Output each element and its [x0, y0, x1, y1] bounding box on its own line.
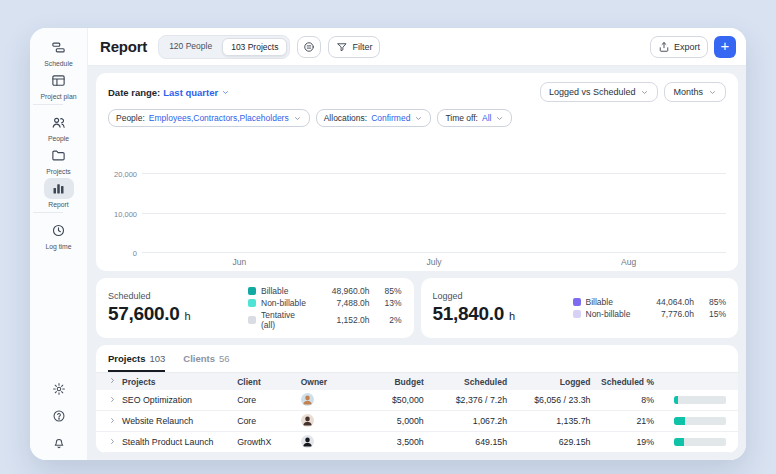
- app-window: ScheduleProject planPeopleProjectsReport…: [30, 28, 746, 460]
- interval-dropdown[interactable]: Months: [664, 82, 726, 102]
- progress-bar-fill: [674, 396, 678, 404]
- tab-clients[interactable]: Clients 56: [183, 353, 229, 372]
- legend-hours: 1,152.0h: [312, 315, 370, 325]
- chart-xtick-label: Jun: [142, 257, 337, 267]
- sidebar-item-schedule[interactable]: Schedule: [33, 37, 85, 67]
- summary-legend: Billable44,064.0h85%Non-billable7,776.0h…: [573, 297, 727, 319]
- legend-hours: 44,064.0h: [636, 297, 694, 307]
- chart-gridline: [142, 213, 726, 214]
- summary-title: Logged: [433, 291, 563, 301]
- pill-label: Allocations:: [324, 113, 367, 123]
- projects-icon: [51, 148, 66, 163]
- tab-label: Projects: [108, 353, 146, 364]
- timeoff-filter-pill[interactable]: Time off: All: [437, 109, 512, 127]
- view-mode-dropdown[interactable]: Logged vs Scheduled: [540, 82, 659, 102]
- legend-percent: 85%: [370, 286, 402, 296]
- column-header-logged[interactable]: Logged: [507, 377, 590, 387]
- table-header-row: ProjectsClientOwnerBudgetScheduledLogged…: [96, 373, 738, 390]
- help-icon[interactable]: [52, 409, 66, 423]
- client-cell: Core: [237, 416, 301, 426]
- progress-bar-fill: [674, 438, 684, 446]
- budget-cell: 3,500h: [356, 437, 423, 447]
- summary-legend: Billable48,960.0h85%Non-billable7,488.0h…: [248, 286, 402, 330]
- sidebar-item-project-plan[interactable]: Project plan: [33, 70, 85, 100]
- projects-table-card: Projects 103 Clients 56 ProjectsClientOw…: [96, 345, 738, 453]
- legend-row: Tentative (all)1,152.0h2%: [248, 310, 402, 330]
- projects-count-badge[interactable]: 103 Projects: [222, 38, 287, 56]
- owner-cell: [301, 435, 357, 450]
- settings-icon[interactable]: [52, 382, 66, 396]
- chevron-right-icon: [108, 416, 117, 425]
- date-range-dropdown[interactable]: Date range: Last quarter: [108, 87, 230, 98]
- chart-mode-controls: Logged vs Scheduled Months: [540, 82, 726, 102]
- filter-icon: [336, 41, 348, 53]
- tab-projects[interactable]: Projects 103: [108, 353, 165, 372]
- view-options-button[interactable]: [297, 36, 321, 58]
- legend-hours: 7,776.0h: [636, 309, 694, 319]
- view-options-icon: [303, 41, 315, 53]
- chevron-right-icon: [108, 395, 117, 404]
- legend-name: Non-billable: [261, 298, 312, 308]
- table-row[interactable]: Stealth Product LaunchGrowthX3,500h649.1…: [96, 432, 738, 453]
- table-row[interactable]: Website RelaunchCore5,000h1,067.2h1,135.…: [96, 411, 738, 432]
- legend-percent: 85%: [694, 297, 726, 307]
- summary-total: 57,600.0 h: [108, 303, 238, 325]
- chart-month-group: [155, 141, 324, 253]
- add-button[interactable]: +: [714, 36, 736, 58]
- chart-ytick-label: 10,000: [114, 209, 137, 218]
- legend-hours: 48,960.0h: [312, 286, 370, 296]
- expand-all-cell[interactable]: [108, 376, 122, 387]
- tab-count: 103: [150, 353, 166, 364]
- export-icon: [658, 41, 670, 53]
- column-header-scheduled-[interactable]: Scheduled %: [590, 377, 654, 387]
- chart-ytick-label: 20,000: [114, 170, 137, 179]
- sidebar-item-people[interactable]: People: [33, 112, 85, 142]
- sidebar-item-log-time[interactable]: Log time: [33, 220, 85, 250]
- pill-label: Time off:: [445, 113, 478, 123]
- sidebar-item-projects[interactable]: Projects: [33, 145, 85, 175]
- table-row[interactable]: SEO OptimizationCore$50,000$2,376 / 7.2h…: [96, 390, 738, 411]
- summary-total-unit: h: [185, 310, 191, 322]
- project-name-cell: Stealth Product Launch: [122, 437, 237, 447]
- pill-value: Employees,Contractors,Placeholders: [149, 113, 289, 123]
- column-header-owner[interactable]: Owner: [301, 377, 357, 387]
- column-header-client[interactable]: Client: [237, 377, 301, 387]
- sidebar-divider: [33, 104, 63, 105]
- legend-row: Non-billable7,776.0h15%: [573, 309, 727, 319]
- progress-cell: [654, 396, 726, 404]
- sidebar-item-label: Schedule: [44, 60, 72, 67]
- summary-card: Scheduled 57,600.0 h Billable48,960.0h85…: [96, 278, 414, 338]
- chevron-right-icon: [108, 376, 117, 385]
- column-header-scheduled[interactable]: Scheduled: [424, 377, 507, 387]
- bar-chart: 010,00020,000: [108, 141, 726, 253]
- people-count-badge[interactable]: 120 People: [161, 38, 220, 56]
- tab-label: Clients: [183, 353, 215, 366]
- people-filter-pill[interactable]: People: Employees,Contractors,Placeholde…: [108, 109, 310, 127]
- sidebar-item-label: Project plan: [41, 93, 77, 100]
- interval-value: Months: [673, 87, 703, 97]
- content: Date range: Last quarter Logged vs Sched…: [88, 66, 746, 460]
- summary-card: Logged 51,840.0 h Billable44,064.0h85%No…: [421, 278, 739, 338]
- log-time-icon: [51, 223, 66, 238]
- row-expand-cell[interactable]: [108, 437, 122, 448]
- scheduled-cell: $2,376 / 7.2h: [424, 395, 507, 405]
- chart-card: Date range: Last quarter Logged vs Sched…: [96, 73, 738, 271]
- report-icon: [51, 181, 66, 196]
- row-expand-cell[interactable]: [108, 416, 122, 427]
- sidebar-item-report[interactable]: Report: [33, 178, 85, 208]
- row-expand-cell[interactable]: [108, 395, 122, 406]
- chevron-down-icon: [221, 88, 230, 97]
- main-area: Report 120 People 103 Projects Filter Ex…: [88, 28, 746, 460]
- sidebar-items: ScheduleProject planPeopleProjectsReport…: [33, 37, 85, 253]
- notifications-icon[interactable]: [52, 436, 66, 450]
- allocations-filter-pill[interactable]: Allocations: Confirmed: [316, 109, 432, 127]
- export-button-label: Export: [674, 42, 700, 52]
- summary-total-value: 51,840.0: [433, 303, 505, 324]
- owner-avatar: [301, 435, 314, 448]
- export-button[interactable]: Export: [650, 36, 708, 58]
- column-header-budget[interactable]: Budget: [356, 377, 423, 387]
- date-range-value: Last quarter: [163, 87, 218, 98]
- chart-gridline: [142, 252, 726, 253]
- column-header-projects[interactable]: Projects: [122, 377, 237, 387]
- filter-button[interactable]: Filter: [328, 36, 380, 58]
